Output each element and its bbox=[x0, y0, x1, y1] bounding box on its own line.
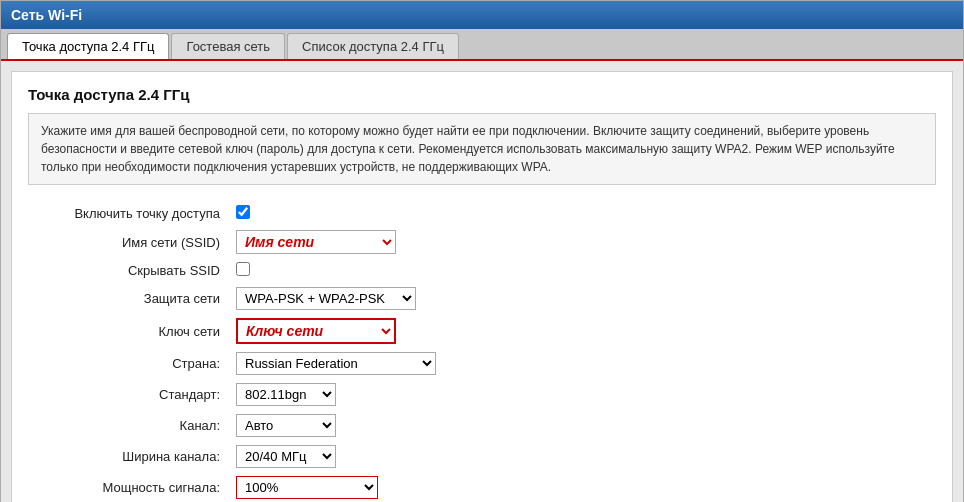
bandwidth-row: Ширина канала: 20/40 МГц 20 МГц 40 МГц bbox=[28, 441, 936, 472]
enable-ap-label: Включить точку доступа bbox=[28, 201, 228, 226]
signal-select[interactable]: 100% 75% 50% 25% bbox=[237, 477, 377, 498]
country-select[interactable]: Russian Federation bbox=[236, 352, 436, 375]
tab-bar: Точка доступа 2.4 ГГц Гостевая сеть Спис… bbox=[1, 29, 963, 61]
channel-label: Канал: bbox=[28, 410, 228, 441]
country-label: Страна: bbox=[28, 348, 228, 379]
tab-access-list[interactable]: Список доступа 2.4 ГГц bbox=[287, 33, 459, 59]
protection-row: Защита сети WPA-PSK + WPA2-PSK WPA2-PSK … bbox=[28, 283, 936, 314]
page-title: Точка доступа 2.4 ГГц bbox=[28, 86, 936, 103]
signal-label: Мощность сигнала: bbox=[28, 472, 228, 502]
key-select[interactable]: Ключ сети bbox=[236, 318, 396, 344]
title-bar: Сеть Wi-Fi bbox=[1, 1, 963, 29]
ssid-label: Имя сети (SSID) bbox=[28, 226, 228, 258]
settings-form: Включить точку доступа Имя сети (SSID) И… bbox=[28, 201, 936, 502]
channel-select[interactable]: Авто 1 6 11 bbox=[236, 414, 336, 437]
enable-ap-checkbox[interactable] bbox=[236, 205, 250, 219]
signal-select-wrapper: 100% 75% 50% 25% bbox=[236, 476, 378, 499]
ssid-select[interactable]: Имя сети bbox=[236, 230, 396, 254]
standard-select[interactable]: 802.11bgn 802.11bg 802.11n 802.11b 802.1… bbox=[236, 383, 336, 406]
hide-ssid-row: Скрывать SSID bbox=[28, 258, 936, 283]
tab-guest-network[interactable]: Гостевая сеть bbox=[171, 33, 285, 59]
channel-row: Канал: Авто 1 6 11 bbox=[28, 410, 936, 441]
bandwidth-label: Ширина канала: bbox=[28, 441, 228, 472]
standard-row: Стандарт: 802.11bgn 802.11bg 802.11n 802… bbox=[28, 379, 936, 410]
standard-label: Стандарт: bbox=[28, 379, 228, 410]
key-label: Ключ сети bbox=[28, 314, 228, 348]
enable-ap-row: Включить точку доступа bbox=[28, 201, 936, 226]
country-row: Страна: Russian Federation bbox=[28, 348, 936, 379]
main-content: Точка доступа 2.4 ГГц Укажите имя для ва… bbox=[11, 71, 953, 502]
description-box: Укажите имя для вашей беспроводной сети,… bbox=[28, 113, 936, 185]
signal-row: Мощность сигнала: 100% 75% 50% 25% bbox=[28, 472, 936, 502]
hide-ssid-checkbox[interactable] bbox=[236, 262, 250, 276]
ssid-row: Имя сети (SSID) Имя сети bbox=[28, 226, 936, 258]
tab-access-point[interactable]: Точка доступа 2.4 ГГц bbox=[7, 33, 169, 59]
window-title: Сеть Wi-Fi bbox=[11, 7, 82, 23]
app-window: Сеть Wi-Fi Точка доступа 2.4 ГГц Гостева… bbox=[0, 0, 964, 502]
protection-label: Защита сети bbox=[28, 283, 228, 314]
protection-select[interactable]: WPA-PSK + WPA2-PSK WPA2-PSK WPA-PSK WEP … bbox=[236, 287, 416, 310]
key-row: Ключ сети Ключ сети bbox=[28, 314, 936, 348]
hide-ssid-label: Скрывать SSID bbox=[28, 258, 228, 283]
bandwidth-select[interactable]: 20/40 МГц 20 МГц 40 МГц bbox=[236, 445, 336, 468]
